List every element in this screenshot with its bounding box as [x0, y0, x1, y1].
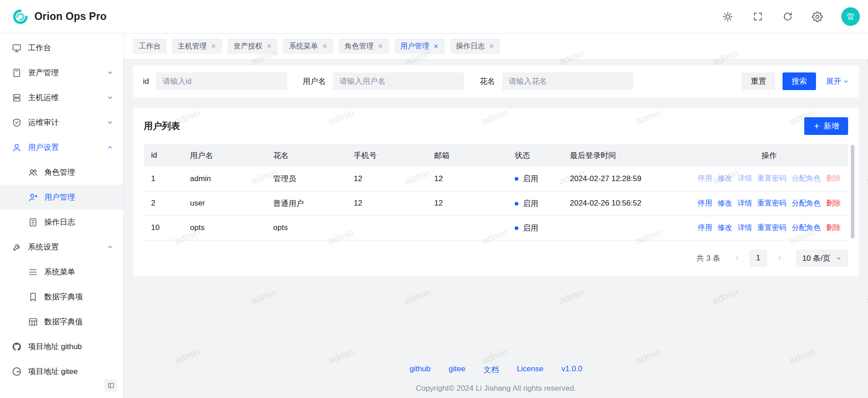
tab-user-management[interactable]: 用户管理	[394, 38, 445, 54]
table-row: 1 admin 管理员 12 12 启用 2024-02-27 12:28:59…	[144, 167, 848, 191]
id-input[interactable]	[156, 72, 287, 90]
username-input[interactable]	[333, 72, 464, 90]
theme-toggle-button[interactable]	[722, 11, 734, 23]
chevron-down-icon	[107, 119, 114, 126]
gitee-icon	[12, 367, 22, 377]
sidebar-item-audit[interactable]: 运维审计	[0, 110, 123, 135]
table-header-row: id 用户名 花名 手机号 邮箱 状态 最后登录时间 操作	[144, 144, 848, 167]
action-delete[interactable]: 删除	[826, 199, 841, 207]
tab-system-menu[interactable]: 系统菜单	[283, 38, 333, 54]
cell-last-login: 2024-02-27 12:28:59	[563, 167, 690, 191]
page-size-select[interactable]: 10 条/页	[796, 249, 848, 267]
sidebar-item-system-menu[interactable]: 系统菜单	[0, 259, 123, 284]
action-detail[interactable]: 详情	[738, 224, 752, 231]
chevron-down-icon	[107, 69, 114, 76]
tab-close-icon[interactable]	[433, 43, 439, 49]
sidebar-item-user-settings[interactable]: 用户设置	[0, 135, 123, 160]
action-reset-password[interactable]: 重置密码	[758, 174, 787, 182]
brand: Orion Ops Pro	[12, 8, 107, 25]
action-edit[interactable]: 修改	[718, 224, 732, 231]
sidebar-item-label: 系统设置	[28, 242, 59, 252]
action-edit[interactable]: 修改	[718, 174, 732, 182]
action-edit[interactable]: 修改	[718, 199, 732, 207]
plus-icon	[813, 123, 820, 129]
tab-close-icon[interactable]	[266, 43, 272, 49]
action-detail[interactable]: 详情	[738, 199, 752, 207]
sidebar-item-role-management[interactable]: 角色管理	[0, 160, 123, 185]
footer-link-docs[interactable]: 文档	[484, 364, 499, 375]
sidebar-item-github[interactable]: 项目地址 github	[0, 334, 123, 359]
sidebar-collapse-button[interactable]	[104, 379, 117, 392]
page-number[interactable]: 1	[749, 249, 767, 267]
footer-link-github[interactable]: github	[409, 364, 430, 375]
action-disable[interactable]: 停用	[698, 224, 712, 231]
nickname-input[interactable]	[502, 72, 633, 90]
action-delete[interactable]: 删除	[826, 224, 841, 231]
cell-username: opts	[183, 216, 266, 240]
action-delete[interactable]: 删除	[826, 174, 841, 182]
settings-button[interactable]	[811, 11, 823, 23]
sidebar-item-host-ops[interactable]: 主机运维	[0, 85, 123, 110]
sidebar-item-label: 项目地址 gitee	[28, 366, 78, 377]
action-detail[interactable]: 详情	[738, 174, 752, 182]
prev-page-button[interactable]	[730, 250, 745, 266]
tab-bar: 工作台 主机管理 资产授权 系统菜单 角色管理 用户管理	[124, 34, 868, 59]
tab-close-icon[interactable]	[322, 43, 327, 49]
footer-link-version[interactable]: v1.0.0	[561, 364, 582, 375]
cell-mobile	[346, 216, 427, 240]
sidebar-item-assets[interactable]: 资产管理	[0, 60, 123, 85]
refresh-button[interactable]	[782, 11, 793, 23]
content-area: id 用户名 花名 重置 搜索	[124, 59, 868, 398]
cell-mobile: 12	[346, 191, 427, 216]
tab-operation-log[interactable]: 操作日志	[450, 38, 500, 54]
status-cell: 启用	[508, 216, 563, 240]
user-icon	[12, 143, 22, 153]
add-user-button[interactable]: 新增	[804, 117, 848, 135]
reset-button[interactable]: 重置	[742, 72, 775, 90]
log-file-icon	[28, 217, 38, 227]
action-assign-role[interactable]: 分配角色	[792, 174, 821, 182]
tab-asset-authorization[interactable]: 资产授权	[228, 38, 278, 54]
sidebar-item-dict-key[interactable]: 数据字典项	[0, 284, 123, 309]
gear-icon	[812, 11, 823, 22]
tab-workbench[interactable]: 工作台	[133, 38, 166, 54]
tab-close-icon[interactable]	[211, 43, 216, 49]
tab-role-management[interactable]: 角色管理	[339, 38, 389, 54]
user-edit-icon	[28, 192, 38, 202]
tab-close-icon[interactable]	[378, 43, 383, 49]
tab-close-icon[interactable]	[489, 43, 494, 49]
server-icon	[12, 93, 22, 103]
search-button[interactable]: 搜索	[783, 72, 816, 90]
chevron-down-icon	[843, 78, 849, 85]
action-disable[interactable]: 停用	[698, 199, 712, 207]
chevron-left-icon	[734, 254, 741, 262]
table-scrollbar[interactable]	[851, 145, 854, 239]
next-page-button[interactable]	[772, 250, 787, 266]
search-panel: id 用户名 花名 重置 搜索	[133, 65, 859, 97]
sidebar-item-system-settings[interactable]: 系统设置	[0, 235, 123, 259]
status-text: 启用	[523, 174, 538, 183]
sidebar-item-label: 主机运维	[28, 92, 59, 103]
actions-cell: 停用修改详情重置密码分配角色删除	[690, 216, 848, 240]
sidebar-item-dict-value[interactable]: 数据字典值	[0, 309, 123, 334]
fullscreen-button[interactable]	[752, 11, 764, 23]
action-reset-password[interactable]: 重置密码	[758, 199, 787, 207]
expand-toggle[interactable]: 展开	[826, 76, 849, 86]
footer-link-license[interactable]: License	[517, 364, 544, 375]
action-assign-role[interactable]: 分配角色	[792, 199, 821, 207]
status-dot	[515, 226, 518, 230]
table-row: 10 opts opts 启用 停用修改详情重置密码分配角色删除	[144, 216, 848, 240]
sidebar-item-user-management[interactable]: 用户管理	[0, 185, 123, 210]
user-table: id 用户名 花名 手机号 邮箱 状态 最后登录时间 操作	[144, 144, 848, 240]
footer-link-gitee[interactable]: gitee	[449, 364, 465, 375]
status-text: 启用	[523, 224, 538, 232]
action-reset-password[interactable]: 重置密码	[758, 224, 787, 231]
action-disable[interactable]: 停用	[698, 174, 712, 182]
sidebar-item-operation-log[interactable]: 操作日志	[0, 210, 123, 235]
sun-icon	[722, 11, 733, 22]
sidebar-item-workbench[interactable]: 工作台	[0, 35, 123, 60]
action-assign-role[interactable]: 分配角色	[792, 224, 821, 231]
user-avatar[interactable]: 管	[841, 7, 860, 26]
status-text: 启用	[523, 199, 538, 208]
tab-host-management[interactable]: 主机管理	[172, 38, 222, 54]
